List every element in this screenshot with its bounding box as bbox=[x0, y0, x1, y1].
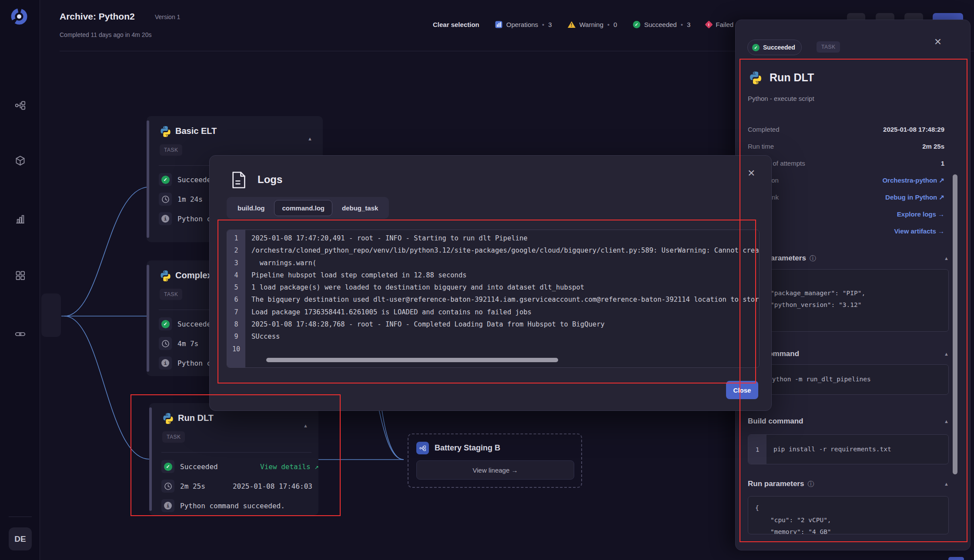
sidebar: DE bbox=[0, 0, 40, 560]
app-root: DE Archive: Python2 Version 1 Completed … bbox=[0, 0, 974, 560]
metrics-chart-icon[interactable] bbox=[14, 213, 26, 225]
version-label: Version 1 bbox=[155, 13, 180, 20]
status-badge: ✓ Succeeded bbox=[747, 40, 802, 55]
modal-title: Logs bbox=[258, 173, 282, 186]
page-title: Archive: Python2 bbox=[60, 11, 135, 22]
card-title: Complex bbox=[175, 270, 212, 280]
clock-icon bbox=[159, 337, 172, 350]
status-topbar: Clear selection Operations • 3 ! Warning… bbox=[433, 17, 733, 31]
info-icon: i bbox=[159, 212, 172, 225]
annotation-box-logs bbox=[218, 220, 756, 383]
operations-icon bbox=[495, 21, 502, 28]
status-operations[interactable]: Operations • 3 bbox=[495, 21, 552, 28]
connections-link-icon[interactable] bbox=[14, 328, 26, 340]
pipeline-title: Battery Staging B bbox=[435, 443, 500, 453]
python-icon bbox=[159, 269, 172, 283]
panel-close-icon[interactable]: × bbox=[934, 36, 941, 48]
status-warning[interactable]: ! Warning • 0 bbox=[568, 21, 617, 28]
warning-icon: ! bbox=[568, 21, 576, 28]
user-avatar[interactable]: DE bbox=[9, 527, 32, 550]
status-succeeded[interactable]: ✓ Succeeded • 3 bbox=[633, 21, 691, 28]
integrations-cube-icon[interactable] bbox=[14, 155, 26, 167]
pipeline-card-battery-staging-b[interactable]: Battery Staging B View lineage → bbox=[408, 433, 582, 488]
succeeded-icon: ✓ bbox=[633, 21, 640, 28]
apps-grid-icon[interactable] bbox=[14, 270, 26, 281]
pipelines-flow-icon[interactable] bbox=[14, 100, 26, 111]
clock-icon bbox=[159, 193, 172, 206]
annotation-box-run-dlt-card bbox=[131, 394, 341, 516]
succeeded-icon: ✓ bbox=[159, 317, 172, 330]
view-lineage-button[interactable]: View lineage → bbox=[416, 460, 574, 480]
document-icon bbox=[231, 171, 247, 189]
pipeline-flow-icon bbox=[416, 442, 429, 454]
orchestra-logo-icon[interactable] bbox=[10, 8, 28, 25]
task-type-badge: TASK bbox=[160, 289, 182, 300]
python-icon bbox=[159, 125, 172, 138]
clear-selection-button[interactable]: Clear selection bbox=[433, 21, 479, 28]
log-tabs: build.log command.log debug_task bbox=[227, 197, 389, 219]
task-type-badge: TASK bbox=[817, 41, 840, 53]
succeeded-icon: ✓ bbox=[159, 173, 172, 186]
card-title: Basic ELT bbox=[175, 126, 217, 136]
completed-subtitle: Completed 11 days ago in 4m 20s bbox=[60, 31, 151, 38]
tab-debug-task[interactable]: debug_task bbox=[334, 200, 386, 216]
bottom-right-button[interactable] bbox=[948, 557, 964, 560]
annotation-box-panel bbox=[740, 59, 967, 542]
status-failed[interactable]: ! Failed bbox=[706, 21, 733, 28]
task-type-badge: TASK bbox=[160, 144, 182, 156]
sidebar-divider bbox=[9, 517, 32, 517]
tab-build-log[interactable]: build.log bbox=[230, 200, 272, 216]
succeeded-icon: ✓ bbox=[752, 44, 760, 51]
failed-icon: ! bbox=[705, 20, 713, 28]
tab-command-log[interactable]: command.log bbox=[274, 200, 332, 216]
info-icon: i bbox=[159, 357, 172, 370]
collapse-icon[interactable]: ▲ bbox=[308, 136, 312, 141]
pipeline-stub-node[interactable] bbox=[41, 293, 61, 337]
